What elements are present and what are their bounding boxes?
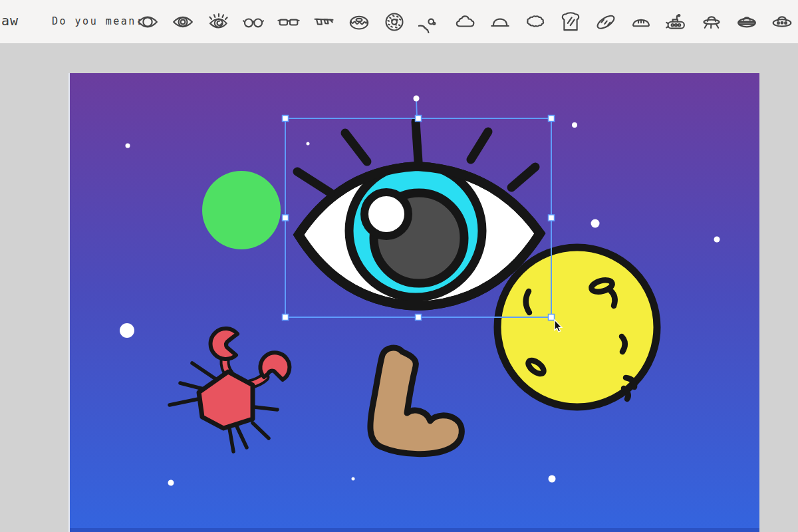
selection-handle[interactable] xyxy=(549,215,555,221)
suggestion-ufo-striped-icon[interactable] xyxy=(735,9,758,35)
suggestion-submarine-icon[interactable] xyxy=(665,9,688,35)
suggestion-ufo-lander-icon[interactable] xyxy=(700,9,723,35)
star-dot[interactable] xyxy=(352,477,355,481)
selection-handle[interactable] xyxy=(283,315,289,321)
green-circle-drawing[interactable] xyxy=(202,171,281,249)
star-dot[interactable] xyxy=(714,237,720,243)
suggestion-cloud-dome-icon[interactable] xyxy=(489,9,511,35)
suggestion-bar: aw Do you mean: xyxy=(0,0,798,43)
suggestion-cloud-bumpy-icon[interactable] xyxy=(524,9,547,35)
suggestion-donut-bitten-icon[interactable] xyxy=(418,9,441,35)
star-dot[interactable] xyxy=(549,475,556,483)
suggestion-eye-pupil-icon[interactable] xyxy=(172,9,194,35)
do-you-mean-label: Do you mean: xyxy=(52,15,144,27)
selection-handle[interactable] xyxy=(416,116,422,122)
suggestion-sunglasses-icon[interactable] xyxy=(313,9,335,35)
star-dot[interactable] xyxy=(591,219,600,228)
suggestion-glasses-round-icon[interactable] xyxy=(242,9,265,35)
suggestion-donut-frosted-icon[interactable] xyxy=(348,9,370,35)
suggestion-cloud-icon[interactable] xyxy=(454,9,476,35)
suggestion-donut-sprinkles-icon[interactable] xyxy=(383,9,406,35)
suggestion-eye-icon[interactable] xyxy=(136,9,159,35)
selection-handle[interactable] xyxy=(549,315,555,321)
selection-handle[interactable] xyxy=(549,116,555,122)
drawing-canvas[interactable] xyxy=(68,73,759,532)
star-dot[interactable] xyxy=(126,144,130,148)
eye-highlight xyxy=(364,192,408,236)
star-dot[interactable] xyxy=(168,480,174,486)
suggestion-toast-icon[interactable] xyxy=(559,9,582,35)
suggestion-icons-row xyxy=(136,0,793,43)
star-dot[interactable] xyxy=(120,323,134,338)
suggestion-glasses-rect-icon[interactable] xyxy=(277,9,300,35)
suggestion-eye-lashes-icon[interactable] xyxy=(207,9,229,35)
canvas-bottom-edge xyxy=(70,528,759,532)
selection-handle[interactable] xyxy=(416,315,422,321)
selection-handle[interactable] xyxy=(283,116,289,122)
suggestion-bread-loaf-icon[interactable] xyxy=(630,9,652,35)
star-dot[interactable] xyxy=(572,122,577,128)
suggestion-baguette-icon[interactable] xyxy=(595,9,617,35)
moon-drawing[interactable] xyxy=(497,247,657,407)
app-title-partial: aw xyxy=(1,13,19,29)
canvas-art[interactable] xyxy=(70,73,759,532)
star-dot[interactable] xyxy=(307,142,310,146)
rotation-handle[interactable] xyxy=(414,96,420,102)
selection-handle[interactable] xyxy=(283,215,289,221)
suggestion-ufo-windows-icon[interactable] xyxy=(771,9,793,35)
